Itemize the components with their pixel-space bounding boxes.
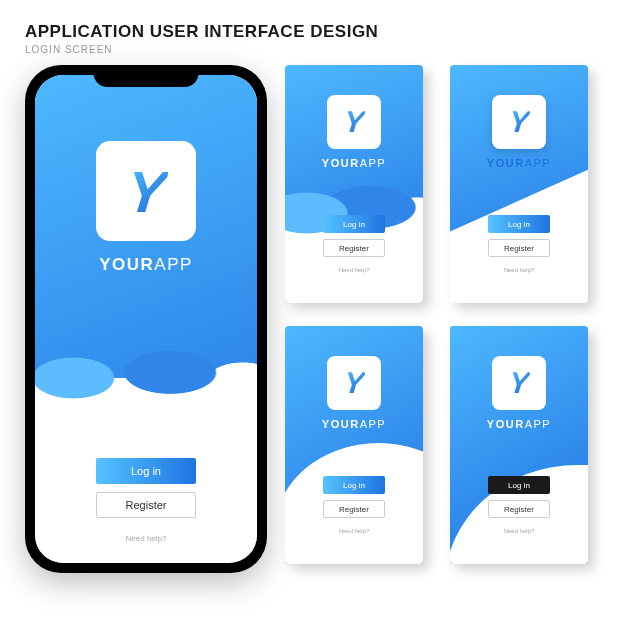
register-button[interactable]: Register <box>96 492 196 518</box>
help-link[interactable]: Need help? <box>504 267 535 273</box>
app-logo: Y <box>492 95 546 149</box>
app-logo: Y <box>492 356 546 410</box>
app-brand-name: YOURAPP <box>322 157 386 169</box>
app-logo: Y <box>327 356 381 410</box>
register-button[interactable]: Register <box>488 500 550 518</box>
help-link[interactable]: Need help? <box>339 267 370 273</box>
phone-mockup: Y YOURAPP Log in Register Need help? <box>25 65 267 573</box>
screen-variant-4: Y YOURAPP Log in Register Need help? <box>450 326 588 564</box>
logo-y-icon: Y <box>123 158 169 225</box>
help-link[interactable]: Need help? <box>504 528 535 534</box>
screen-variant-1: Y YOURAPP Log in Register Need help? <box>285 65 423 303</box>
help-link[interactable]: Need help? <box>339 528 370 534</box>
register-button[interactable]: Register <box>323 500 385 518</box>
logo-y-icon: Y <box>507 366 531 400</box>
app-brand-name: YOURAPP <box>487 418 551 430</box>
login-button[interactable]: Log in <box>488 476 550 494</box>
page-title: APPLICATION USER INTERFACE DESIGN <box>25 22 601 42</box>
page-subtitle: LOGIN SCREEN <box>25 44 601 55</box>
login-button[interactable]: Log in <box>488 215 550 233</box>
action-buttons: Log in Register Need help? <box>35 458 257 563</box>
brand-bold: YOUR <box>99 255 154 274</box>
app-logo: Y <box>327 95 381 149</box>
phone-notch <box>94 65 199 87</box>
logo-y-icon: Y <box>342 366 366 400</box>
screen-variant-3: Y YOURAPP Log in Register Need help? <box>285 326 423 564</box>
login-button[interactable]: Log in <box>323 215 385 233</box>
register-button[interactable]: Register <box>323 239 385 257</box>
register-button[interactable]: Register <box>488 239 550 257</box>
screen-variants-grid: Y YOURAPP Log in Register Need help? Y Y… <box>285 65 601 573</box>
screen-variant-2: Y YOURAPP Log in Register Need help? <box>450 65 588 303</box>
app-brand-name: YOURAPP <box>487 157 551 169</box>
login-screen-main: Y YOURAPP Log in Register Need help? <box>35 75 257 563</box>
brand-light: APP <box>154 255 193 274</box>
page-header: APPLICATION USER INTERFACE DESIGN LOGIN … <box>25 22 601 55</box>
layout: Y YOURAPP Log in Register Need help? Y Y… <box>25 65 601 573</box>
help-link[interactable]: Need help? <box>126 534 167 543</box>
app-logo: Y <box>96 141 196 241</box>
phone-screen: Y YOURAPP Log in Register Need help? <box>35 75 257 563</box>
app-brand-name: YOURAPP <box>322 418 386 430</box>
logo-y-icon: Y <box>342 105 366 139</box>
logo-y-icon: Y <box>507 105 531 139</box>
login-button[interactable]: Log in <box>323 476 385 494</box>
login-button[interactable]: Log in <box>96 458 196 484</box>
app-brand-name: YOURAPP <box>99 255 193 275</box>
